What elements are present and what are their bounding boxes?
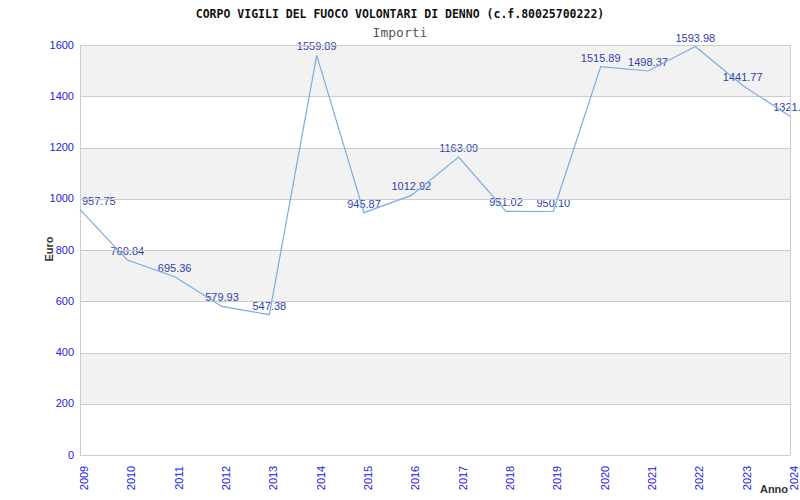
- gridline: [80, 404, 790, 405]
- gridline: [80, 455, 790, 456]
- x-tick-label: 2024: [788, 466, 800, 490]
- x-tick-label: 2019: [551, 466, 563, 490]
- data-label: 695.36: [158, 262, 192, 274]
- y-tick-label: 200: [6, 397, 74, 410]
- plot-band: [80, 301, 790, 352]
- plot-border: [80, 45, 81, 455]
- data-label: 760.84: [111, 245, 145, 257]
- x-tick-label: 2010: [125, 466, 137, 490]
- y-axis-title: Euro: [43, 236, 55, 261]
- plot-band: [80, 250, 790, 301]
- data-label: 1441.77: [723, 71, 763, 83]
- plot-band: [80, 96, 790, 147]
- x-tick-label: 2017: [457, 466, 469, 490]
- y-tick-label: 800: [6, 244, 74, 257]
- plot-band: [80, 353, 790, 404]
- x-tick-label: 2009: [78, 466, 90, 490]
- plot-band: [80, 199, 790, 250]
- plot-band: [80, 45, 790, 96]
- y-tick-label: 1000: [6, 192, 74, 205]
- gridline: [80, 199, 790, 200]
- gridline: [80, 96, 790, 97]
- x-tick-label: 2013: [267, 466, 279, 490]
- y-tick-label: 600: [6, 295, 74, 308]
- y-tick-label: 1400: [6, 90, 74, 103]
- y-tick-label: 1200: [6, 141, 74, 154]
- x-tick-label: 2023: [741, 466, 753, 490]
- x-tick-label: 2022: [693, 466, 705, 490]
- y-tick-label: 0: [6, 449, 74, 462]
- data-label: 1498.37: [628, 56, 668, 68]
- gridline: [80, 148, 790, 149]
- chart-container: CORPO VIGILI DEL FUOCO VOLONTARI DI DENN…: [0, 0, 800, 500]
- data-label: 1012.92: [391, 180, 431, 192]
- gridline: [80, 301, 790, 302]
- x-tick-label: 2014: [315, 466, 327, 490]
- data-label: 1593.98: [675, 32, 715, 44]
- x-tick-label: 2021: [646, 466, 658, 490]
- data-label: 1515.89: [581, 52, 621, 64]
- x-tick-label: 2016: [409, 466, 421, 490]
- data-label: 1559.89: [297, 40, 337, 52]
- y-tick-label: 400: [6, 346, 74, 359]
- x-tick-label: 2015: [362, 466, 374, 490]
- data-label: 957.75: [82, 195, 116, 207]
- x-tick-label: 2020: [599, 466, 611, 490]
- y-tick-label: 1600: [6, 39, 74, 52]
- plot-band: [80, 404, 790, 455]
- gridline: [80, 353, 790, 354]
- plot-border: [790, 45, 791, 455]
- data-label: 1321.9: [773, 101, 800, 113]
- x-tick-label: 2011: [173, 466, 185, 490]
- x-axis-title: Anno: [760, 483, 788, 495]
- x-tick-label: 2012: [220, 466, 232, 490]
- gridline: [80, 45, 790, 46]
- chart-title: CORPO VIGILI DEL FUOCO VOLONTARI DI DENN…: [0, 7, 800, 21]
- plot-band: [80, 148, 790, 199]
- gridline: [80, 250, 790, 251]
- x-tick-label: 2018: [504, 466, 516, 490]
